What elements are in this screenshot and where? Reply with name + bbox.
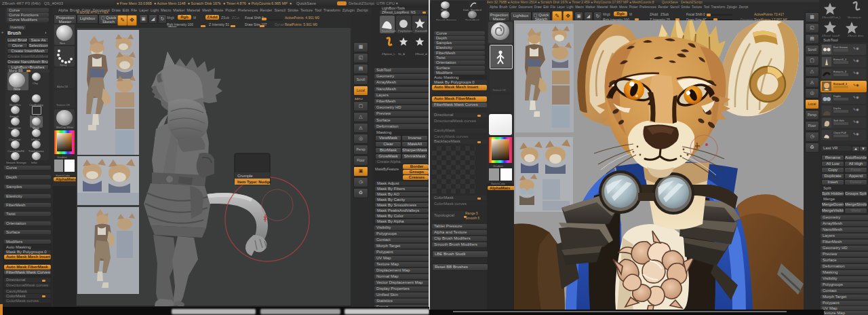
svg-text:SnakeHook: SnakeHook (382, 29, 396, 33)
svg-text:PolySphere: PolySphere (398, 29, 412, 33)
svg-text:ZRevol_dimp: ZRevol_dimp (848, 34, 864, 37)
svg-text:ZSphere_L: ZSphere_L (382, 52, 396, 56)
svg-text:Spray: Spray (60, 63, 66, 67)
svg-text:RandomMa: RandomMa (415, 29, 427, 33)
svg-text:ZRevol4Plum_L: ZRevol4Plum_L (822, 16, 842, 19)
svg-text:ZRevol_LoopR: ZRevol_LoopR (822, 34, 840, 37)
svg-text:Mannequin: Mannequin (848, 16, 861, 19)
svg-text:Crumple: Crumple (237, 174, 253, 178)
svg-text:ZRevol_dim: ZRevol_dim (415, 52, 427, 56)
svg-text:Item Type: Nudge: Item Type: Nudge (237, 180, 272, 184)
svg-text:Str_A: Str_A (398, 52, 405, 56)
